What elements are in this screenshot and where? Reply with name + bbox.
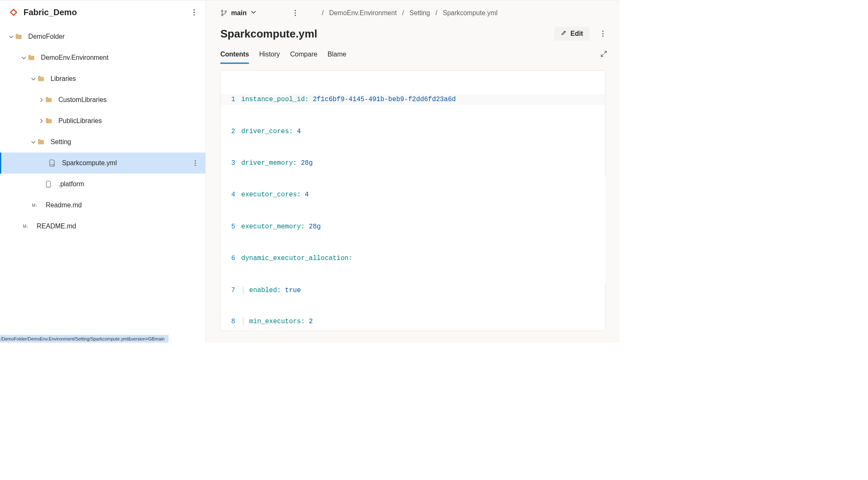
tab-contents[interactable]: Contents [220, 44, 249, 64]
edit-button[interactable]: Edit [554, 27, 590, 41]
breadcrumb-link-setting[interactable]: Setting [409, 9, 430, 17]
svg-text:YML: YML [50, 164, 55, 166]
yml-file-icon: YML [48, 159, 56, 167]
tabs: Contents History Compare Blame [206, 44, 620, 64]
svg-point-9 [221, 10, 223, 12]
tree-item-label: Readme.md [46, 201, 200, 209]
tree-folder-libraries[interactable]: Libraries [0, 68, 206, 89]
file-more-button[interactable] [598, 29, 608, 39]
svg-point-13 [295, 12, 296, 13]
svg-point-4 [195, 160, 196, 161]
breadcrumb: / DemoEnv.Environment / Setting / Sparkc… [322, 9, 498, 17]
svg-point-17 [602, 35, 604, 37]
tree-folder-setting[interactable]: Setting [0, 131, 206, 153]
chevron-right-icon [38, 118, 45, 124]
tab-history[interactable]: History [259, 44, 280, 64]
tree-item-label: .platform [59, 180, 200, 188]
file-tree: DemoFolder DemoEnv.Environment Libraries… [0, 24, 206, 335]
tree-item-label: PublicLibraries [59, 117, 200, 125]
svg-point-11 [225, 11, 227, 12]
tree-item-label: DemoFolder [28, 33, 199, 41]
chevron-down-icon [8, 34, 15, 40]
svg-point-16 [602, 33, 604, 34]
svg-point-12 [295, 10, 296, 11]
svg-point-1 [193, 12, 195, 13]
code-content[interactable]: 1instance_pool_id: 2f1c6bf9-4145-491b-be… [220, 71, 605, 331]
sidebar: Fabric_Demo DemoFolder DemoEnv.Environme… [0, 0, 206, 343]
status-bar-text: /DemoFolder/DemoEnv.Environment/Setting/… [0, 336, 164, 341]
breadcrumb-separator: / [322, 9, 324, 17]
tree-item-label: README.md [37, 223, 199, 231]
chevron-down-icon [21, 55, 27, 61]
code-viewer: 1instance_pool_id: 2f1c6bf9-4145-491b-be… [220, 70, 605, 331]
tree-item-label: Libraries [51, 75, 199, 83]
tree-item-label: DemoEnv.Environment [41, 54, 199, 62]
tab-blame[interactable]: Blame [328, 44, 347, 64]
status-bar: /DemoFolder/DemoEnv.Environment/Setting/… [0, 335, 169, 343]
file-header: Sparkcompute.yml Edit [206, 23, 620, 44]
breadcrumb-separator: / [402, 9, 404, 17]
file-icon [45, 180, 53, 188]
topbar-more-button[interactable] [290, 8, 300, 18]
expand-icon[interactable] [600, 50, 608, 58]
branch-name: main [231, 9, 247, 17]
repo-title: Fabric_Demo [24, 8, 184, 17]
tree-item-label: Setting [51, 138, 199, 146]
branch-selector[interactable]: main [220, 9, 257, 17]
folder-icon [45, 96, 53, 104]
markdown-icon: M↓ [23, 222, 31, 231]
breadcrumb-link-demoenv[interactable]: DemoEnv.Environment [329, 9, 397, 17]
svg-point-6 [195, 165, 196, 166]
svg-point-14 [295, 15, 296, 16]
content-pane: main / DemoEnv.Environment / Setting / S… [206, 0, 620, 343]
repo-more-button[interactable] [189, 8, 199, 17]
tree-file-readme-upper[interactable]: M↓ README.md [0, 216, 206, 237]
content-topbar: main / DemoEnv.Environment / Setting / S… [206, 0, 620, 23]
tree-folder-demoenv[interactable]: DemoEnv.Environment [0, 47, 206, 68]
tree-item-label: Sparkcompute.yml [62, 159, 191, 167]
chevron-down-icon [250, 9, 257, 17]
tree-file-readme-lower[interactable]: M↓ Readme.md [0, 195, 206, 216]
folder-icon [14, 32, 23, 41]
chevron-right-icon [38, 97, 45, 103]
svg-point-2 [193, 14, 195, 15]
tree-file-sparkcompute[interactable]: YML Sparkcompute.yml [0, 153, 206, 174]
folder-icon [45, 117, 53, 125]
svg-text:M↓: M↓ [32, 203, 38, 208]
sidebar-header: Fabric_Demo [0, 0, 206, 24]
tree-file-platform[interactable]: .platform [0, 174, 206, 195]
folder-icon [37, 138, 45, 146]
tree-folder-customlibraries[interactable]: CustomLibraries [0, 89, 206, 110]
folder-icon [37, 75, 45, 83]
file-title: Sparkcompute.yml [220, 27, 554, 40]
tree-item-more-button[interactable] [191, 159, 199, 167]
svg-point-5 [195, 163, 196, 164]
tree-item-label: CustomLibraries [59, 96, 200, 104]
folder-icon [27, 54, 35, 62]
chevron-down-icon [30, 76, 37, 82]
tab-compare[interactable]: Compare [290, 44, 317, 64]
edit-button-label: Edit [570, 30, 583, 38]
pencil-icon [561, 30, 567, 38]
chevron-down-icon [30, 139, 37, 145]
breadcrumb-separator: / [435, 9, 437, 17]
svg-point-15 [602, 31, 604, 32]
breadcrumb-current: Sparkcompute.yml [443, 9, 497, 17]
branch-icon [220, 9, 228, 16]
tree-folder-publiclibraries[interactable]: PublicLibraries [0, 110, 206, 131]
tree-folder-demofolder[interactable]: DemoFolder [0, 26, 206, 47]
svg-point-0 [193, 9, 195, 11]
markdown-icon: M↓ [32, 201, 40, 209]
repo-icon [9, 8, 18, 17]
svg-text:M↓: M↓ [23, 224, 28, 229]
